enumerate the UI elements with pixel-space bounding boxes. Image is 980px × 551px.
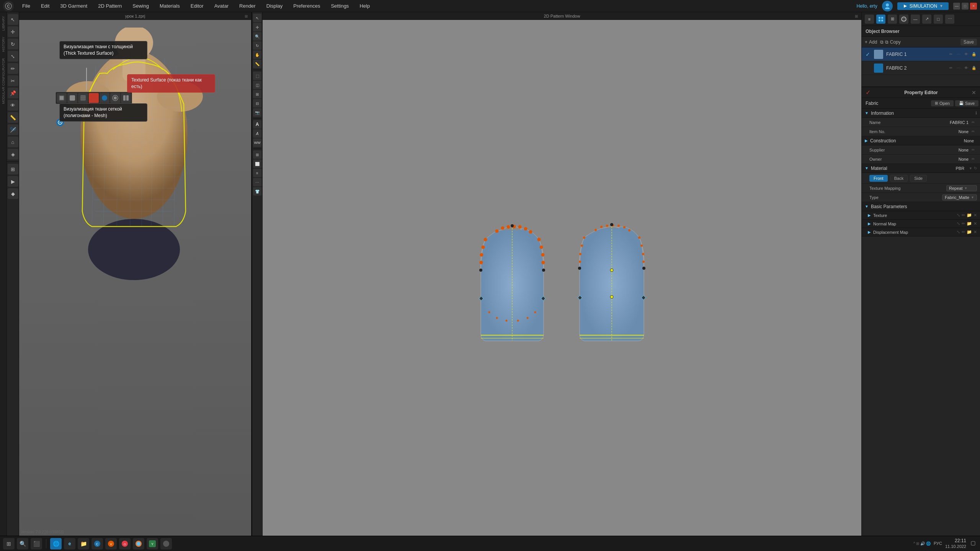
pe-save-button[interactable]: 💾 Save: [955, 100, 978, 106]
rp-sphere[interactable]: [899, 15, 908, 24]
vt-text[interactable]: A: [253, 120, 261, 129]
pen-tool[interactable]: ✏: [8, 63, 18, 74]
user-avatar[interactable]: [882, 1, 893, 11]
displacement-edit[interactable]: ✏: [962, 230, 965, 235]
viewport-2d-body[interactable]: [263, 20, 861, 536]
fabric-edit-1[interactable]: ✏: [948, 51, 954, 57]
vt-3d-box[interactable]: ⬜: [253, 160, 261, 168]
pe-section-basic-params[interactable]: ▼ Basic Parameters: [862, 202, 980, 211]
menu-2d-pattern[interactable]: 2D Pattern: [93, 2, 126, 10]
vt-rotate[interactable]: ↻: [253, 41, 261, 50]
vt-camera[interactable]: 📷: [253, 108, 261, 117]
texture-folder[interactable]: 📁: [967, 213, 972, 218]
menu-display[interactable]: Display: [262, 2, 287, 10]
taskbar-firefox[interactable]: [133, 538, 144, 549]
fabric-edit-2[interactable]: ✏: [948, 65, 954, 71]
menu-file[interactable]: File: [18, 2, 35, 10]
subsection-texture[interactable]: ▶ Texture ⤡ ✏ 📁 ✕: [862, 211, 980, 220]
subsection-displacement-map[interactable]: ▶ Displacement Map ⤡ ✏ 📁 ✕: [862, 228, 980, 236]
modular-tab[interactable]: MODULAR CONFIGURATOR: [1, 56, 6, 106]
vt-garment[interactable]: 👕: [253, 187, 261, 196]
menu-settings[interactable]: Settings: [326, 2, 353, 10]
maximize-button[interactable]: □: [962, 3, 969, 10]
pe-edit-itemno[interactable]: ✏: [972, 129, 977, 134]
taskbar-app3[interactable]: O: [119, 538, 131, 549]
vt-stitch[interactable]: ⋯: [253, 178, 261, 186]
vt-zoom[interactable]: 🔍: [253, 32, 261, 41]
scale-tool[interactable]: ⤡: [8, 51, 18, 62]
library-tab[interactable]: LIBRARY: [1, 14, 6, 33]
measure-tool[interactable]: 📏: [8, 112, 18, 123]
menu-preferences[interactable]: Preferences: [289, 2, 325, 10]
taskbar-app2[interactable]: V: [105, 538, 117, 549]
type-dropdown[interactable]: Fabric_Matte ▼: [942, 194, 977, 201]
add-button[interactable]: + Add: [865, 39, 877, 45]
vt-view3[interactable]: ⊞: [253, 90, 261, 98]
material-refresh[interactable]: ↻: [974, 166, 977, 170]
taskbar-folder[interactable]: 📁: [78, 538, 89, 549]
animation-tool[interactable]: ▶: [8, 176, 18, 187]
fabric-vis-2[interactable]: 👁: [963, 65, 969, 71]
normal-resize[interactable]: ⤡: [957, 221, 960, 226]
view-mode-2[interactable]: [67, 93, 77, 103]
vt-view2[interactable]: ◫: [253, 81, 261, 89]
menu-3d-garment[interactable]: 3D Garment: [56, 2, 92, 10]
vt-move[interactable]: ✛: [253, 23, 261, 31]
view-tool[interactable]: 👁: [8, 100, 18, 111]
fold-tool[interactable]: ⌂: [8, 137, 18, 147]
vt-view1[interactable]: ⬚: [253, 72, 261, 80]
notification-button[interactable]: [969, 540, 977, 547]
taskbar-app5[interactable]: Y: [147, 538, 158, 549]
fabric-lock-1[interactable]: 🔒: [971, 51, 977, 57]
pe-section-construction[interactable]: ▶ Construction None: [862, 136, 980, 145]
menu-materials[interactable]: Materials: [155, 2, 185, 10]
pe-edit-supplier[interactable]: ✏: [972, 148, 977, 152]
minimize-button[interactable]: —: [953, 3, 960, 10]
move-tool[interactable]: ✛: [8, 26, 18, 37]
start-button[interactable]: ⊞: [3, 538, 15, 549]
view-mode-5[interactable]: [100, 93, 109, 103]
pe-edit-name[interactable]: ✏: [972, 120, 977, 124]
fabric-item-1[interactable]: ✓ FABRIC 1 ✏ ⋯ 👁 🔒: [862, 47, 980, 61]
copy-button[interactable]: ⧉ ⧉ Copy: [880, 39, 900, 45]
simulation-button[interactable]: SIMULATION ▼: [897, 2, 949, 10]
menu-render[interactable]: Render: [235, 2, 260, 10]
surface-tool[interactable]: ◆: [8, 188, 18, 199]
pe-edit-owner[interactable]: ✏: [972, 157, 977, 161]
rp-list-view[interactable]: ≡: [865, 15, 874, 24]
taskbar-app1[interactable]: C: [91, 538, 103, 549]
fabric-menu-2[interactable]: ⋯: [956, 65, 962, 71]
normal-folder[interactable]: 📁: [967, 221, 972, 226]
close-button[interactable]: ✕: [970, 3, 977, 10]
rp-arrow-up[interactable]: ↗: [922, 15, 931, 24]
vt-text2[interactable]: A: [253, 129, 261, 138]
menu-edit[interactable]: Edit: [36, 2, 54, 10]
taskbar-browser[interactable]: 🌐: [50, 538, 62, 549]
rotate-tool[interactable]: ↻: [8, 39, 18, 49]
vt-measure[interactable]: 📏: [253, 60, 261, 68]
pe-section-information[interactable]: ▼ Information ℹ: [862, 109, 980, 118]
vt-ww[interactable]: WW: [253, 139, 261, 147]
material-dropdown-arrow[interactable]: ▼: [969, 166, 972, 170]
rp-box[interactable]: □: [934, 15, 943, 24]
vt-grid[interactable]: ⊞: [253, 150, 261, 159]
sewing-tool[interactable]: 🪡: [8, 124, 18, 135]
pin-tool[interactable]: 📌: [8, 88, 18, 98]
history-tab[interactable]: HISTORY: [1, 34, 6, 54]
taskbar-app6[interactable]: [160, 538, 172, 549]
vt-view4[interactable]: ⊟: [253, 99, 261, 108]
morph-tool[interactable]: ◈: [8, 149, 18, 160]
taskbar-search[interactable]: 🔍: [17, 538, 28, 549]
vt-pan[interactable]: ✋: [253, 51, 261, 59]
texture-mapping-dropdown[interactable]: Repeat ▼: [946, 185, 977, 191]
view-mode-3[interactable]: [78, 93, 88, 103]
view-mode-7[interactable]: [121, 93, 131, 103]
displacement-resize[interactable]: ⤡: [957, 230, 960, 235]
rp-hierarchy[interactable]: ⊞: [888, 15, 897, 24]
texture-delete[interactable]: ✕: [973, 213, 977, 218]
menu-editor[interactable]: Editor: [186, 2, 208, 10]
viewport-3d-body[interactable]: Визуализация ткани с толщиной (Thick Tex…: [19, 20, 251, 536]
displacement-folder[interactable]: 📁: [967, 230, 972, 235]
view-mode-6[interactable]: [110, 93, 120, 103]
vt-select[interactable]: ↖: [253, 14, 261, 22]
